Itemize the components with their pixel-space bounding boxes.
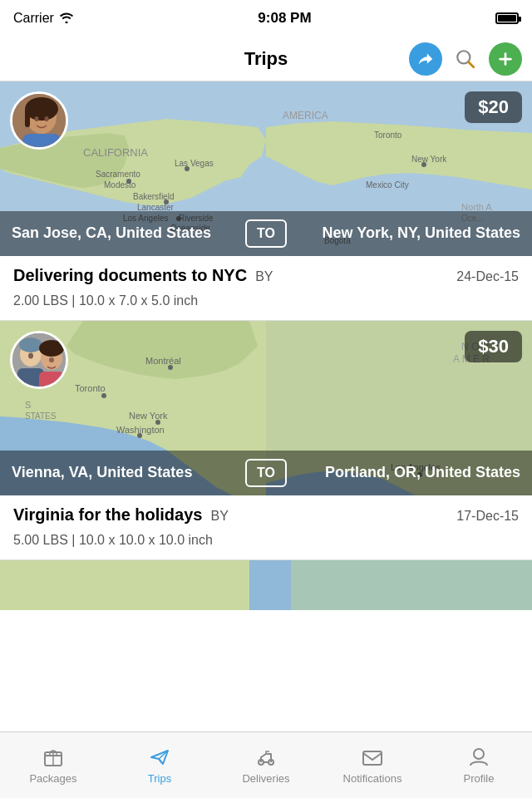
route-overlay-1: San Jose, CA, United States TO New York,… xyxy=(0,211,532,256)
trip-dims-2: 5.00 LBS | 10.0 x 10.0 x 10.0 inch xyxy=(13,533,519,551)
svg-point-48 xyxy=(19,337,42,352)
share-button[interactable] xyxy=(409,42,442,76)
svg-point-52 xyxy=(39,340,64,357)
trip-price-2: $30 xyxy=(465,331,522,362)
trips-list: CALIFORNIA AMERICA Sacramento Modesto Ba… xyxy=(0,81,532,732)
status-bar-right xyxy=(495,12,519,24)
svg-point-39 xyxy=(137,433,142,438)
trip-title-row-1: Delivering documents to NYC BY 24-Dec-15 xyxy=(13,266,519,285)
svg-text:Las Vegas: Las Vegas xyxy=(175,159,214,168)
svg-point-29 xyxy=(35,116,39,121)
status-bar-time: 9:08 PM xyxy=(258,10,311,27)
from-city-1: San Jose, CA, United States xyxy=(12,224,235,243)
trip-by-2: BY xyxy=(210,509,228,524)
trip-card[interactable]: CALIFORNIA AMERICA Sacramento Modesto Ba… xyxy=(0,81,532,321)
svg-text:Mexico City: Mexico City xyxy=(366,180,409,190)
tab-packages[interactable]: Packages xyxy=(0,732,106,798)
svg-text:New York: New York xyxy=(411,155,447,164)
svg-rect-59 xyxy=(363,751,382,765)
trip-by-1: BY xyxy=(255,269,273,284)
svg-text:Bakersfield: Bakersfield xyxy=(133,192,174,201)
trip-title-1: Delivering documents to NYC xyxy=(13,266,247,285)
battery-icon xyxy=(495,12,519,24)
tab-trips[interactable]: Trips xyxy=(106,732,213,798)
svg-text:S: S xyxy=(25,400,31,410)
nav-bar: Trips xyxy=(0,37,532,81)
svg-point-35 xyxy=(101,393,106,398)
svg-line-1 xyxy=(469,62,474,66)
trip-info-2: Virginia for the holidays BY 17-Dec-15 5… xyxy=(0,495,532,559)
svg-text:Sacramento: Sacramento xyxy=(96,170,140,179)
svg-text:CALIFORNIA: CALIFORNIA xyxy=(83,146,148,159)
status-bar: Carrier 9:08 PM xyxy=(0,0,532,37)
svg-point-60 xyxy=(474,749,484,759)
page-title: Trips xyxy=(244,48,288,70)
trip-date-1: 24-Dec-15 xyxy=(456,269,519,284)
route-overlay-2: Vienna, VA, United States TO Portland, O… xyxy=(0,451,532,495)
to-label-2: TO xyxy=(245,459,287,487)
to-city-1: New York, NY, United States xyxy=(297,224,520,243)
tab-trips-label: Trips xyxy=(148,772,171,785)
trips-icon xyxy=(148,746,171,769)
package-icon xyxy=(42,746,65,769)
avatar-2 xyxy=(10,331,68,389)
nav-actions xyxy=(409,42,522,76)
avatar-1 xyxy=(10,91,68,150)
trip-dims-1: 2.00 LBS | 10.0 x 7.0 x 5.0 inch xyxy=(13,293,519,312)
search-button[interactable] xyxy=(449,42,482,76)
tab-deliveries[interactable]: Deliveries xyxy=(213,732,319,798)
tab-packages-label: Packages xyxy=(29,772,76,785)
trip-info-1: Delivering documents to NYC BY 24-Dec-15… xyxy=(0,256,532,320)
add-trip-button[interactable] xyxy=(489,42,522,76)
profile-icon xyxy=(467,746,490,769)
svg-text:AMERICA: AMERICA xyxy=(283,110,328,121)
tab-bar: Packages Trips Deliveries xyxy=(0,732,532,798)
tab-profile-label: Profile xyxy=(464,772,495,785)
svg-point-33 xyxy=(168,365,173,370)
trip-card-partial xyxy=(0,560,532,610)
status-bar-left: Carrier xyxy=(13,11,74,26)
svg-text:Modesto: Modesto xyxy=(104,180,136,190)
trip-card-2[interactable]: Montréal Toronto New York Washington Los… xyxy=(0,321,532,560)
deliveries-icon xyxy=(254,746,278,769)
svg-point-50 xyxy=(28,353,33,359)
trip-title-row-2: Virginia for the holidays BY 17-Dec-15 xyxy=(13,505,519,525)
to-city-2: Portland, OR, United States xyxy=(297,464,520,482)
trip-price-1: $20 xyxy=(465,91,522,123)
trip-title-2: Virginia for the holidays xyxy=(13,505,202,525)
trip-map-2: Montréal Toronto New York Washington Los… xyxy=(0,321,532,495)
carrier-label: Carrier xyxy=(13,11,54,26)
svg-text:Montréal: Montréal xyxy=(145,356,181,366)
to-label-1: TO xyxy=(245,219,287,248)
trip-map-1: CALIFORNIA AMERICA Sacramento Modesto Ba… xyxy=(0,81,532,256)
from-city-2: Vienna, VA, United States xyxy=(12,464,235,482)
tab-notifications[interactable]: Notifications xyxy=(319,732,426,798)
wifi-icon xyxy=(59,12,74,26)
svg-point-30 xyxy=(45,116,49,121)
notifications-icon xyxy=(361,746,384,769)
tab-profile[interactable]: Profile xyxy=(426,732,532,798)
svg-text:Toronto: Toronto xyxy=(374,131,402,140)
trip-date-2: 17-Dec-15 xyxy=(456,509,519,524)
svg-point-54 xyxy=(49,357,54,362)
svg-text:Toronto: Toronto xyxy=(75,383,106,393)
svg-text:New York: New York xyxy=(129,411,168,421)
tab-notifications-label: Notifications xyxy=(343,772,402,785)
tab-deliveries-label: Deliveries xyxy=(242,772,289,785)
svg-text:STATES: STATES xyxy=(25,411,57,421)
svg-rect-27 xyxy=(25,109,30,127)
